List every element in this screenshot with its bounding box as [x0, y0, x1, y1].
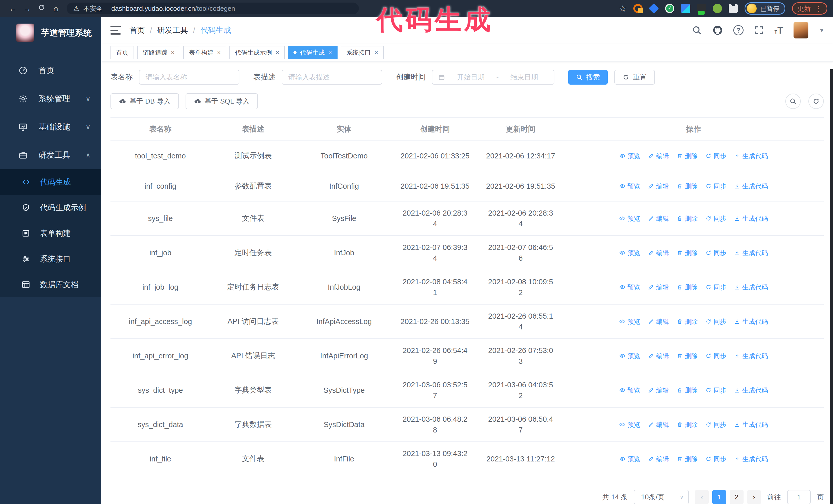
goto-page-input[interactable]: [787, 490, 811, 504]
generate-code-link[interactable]: 生成代码: [734, 386, 768, 394]
profile-chip[interactable]: 已暂停: [744, 2, 785, 15]
sync-link[interactable]: 同步: [705, 386, 727, 394]
edit-link[interactable]: 编辑: [648, 386, 669, 394]
search-button[interactable]: 搜索: [568, 70, 608, 85]
sync-link[interactable]: 同步: [705, 283, 727, 291]
delete-link[interactable]: 删除: [677, 249, 698, 257]
delete-link[interactable]: 删除: [677, 386, 698, 394]
sidebar-item-system-api[interactable]: 系统接口: [0, 246, 101, 272]
preview-link[interactable]: 预览: [619, 386, 640, 394]
sidebar-item-codegen-example[interactable]: 代码生成示例: [0, 195, 101, 220]
preview-link[interactable]: 预览: [619, 421, 640, 429]
preview-link[interactable]: 预览: [619, 352, 640, 360]
edit-link[interactable]: 编辑: [648, 152, 669, 160]
tab-codegen[interactable]: 代码生成×: [288, 46, 337, 59]
generate-code-link[interactable]: 生成代码: [734, 317, 768, 326]
edit-link[interactable]: 编辑: [648, 182, 669, 190]
delete-link[interactable]: 删除: [677, 214, 698, 223]
home-icon[interactable]: ⌂: [49, 4, 63, 13]
page-button-1[interactable]: 1: [712, 490, 726, 504]
delete-link[interactable]: 删除: [677, 182, 698, 190]
edit-link[interactable]: 编辑: [648, 214, 669, 223]
extension-icon[interactable]: [681, 4, 690, 13]
sidebar-item-db-doc[interactable]: 数据库文档: [0, 272, 101, 297]
puzzle-icon[interactable]: [729, 4, 738, 13]
preview-link[interactable]: 预览: [619, 249, 640, 257]
tab-home[interactable]: 首页: [111, 46, 134, 59]
tab-close-icon[interactable]: ×: [375, 49, 378, 56]
preview-link[interactable]: 预览: [619, 152, 640, 160]
delete-link[interactable]: 删除: [677, 283, 698, 291]
sync-link[interactable]: 同步: [705, 421, 727, 429]
table-desc-input[interactable]: [282, 70, 382, 85]
generate-code-link[interactable]: 生成代码: [734, 182, 768, 190]
preview-link[interactable]: 预览: [619, 214, 640, 223]
sidebar-item-codegen[interactable]: 代码生成: [0, 169, 101, 195]
user-avatar[interactable]: [793, 22, 808, 39]
edit-link[interactable]: 编辑: [648, 283, 669, 291]
breadcrumb-home[interactable]: 首页: [129, 25, 145, 35]
generate-code-link[interactable]: 生成代码: [734, 455, 768, 463]
forward-icon[interactable]: →: [20, 4, 34, 13]
sync-link[interactable]: 同步: [705, 249, 727, 257]
next-page-button[interactable]: ›: [747, 490, 761, 504]
tab-close-icon[interactable]: ×: [276, 49, 279, 56]
generate-code-link[interactable]: 生成代码: [734, 283, 768, 291]
tab-system-api[interactable]: 系统接口×: [341, 46, 384, 59]
import-sql-button[interactable]: 基于 SQL 导入: [186, 93, 258, 109]
update-button[interactable]: 更新 ⋮: [792, 2, 827, 15]
window-scrollbar[interactable]: [830, 69, 833, 504]
preview-link[interactable]: 预览: [619, 283, 640, 291]
date-range-picker[interactable]: 开始日期 - 结束日期: [432, 70, 554, 85]
tab-tracing[interactable]: 链路追踪×: [137, 46, 180, 59]
page-size-select[interactable]: 10条/页 ∨: [634, 490, 689, 504]
delete-link[interactable]: 删除: [677, 421, 698, 429]
fullscreen-icon[interactable]: [754, 25, 764, 35]
hamburger-icon[interactable]: [111, 26, 121, 34]
address-bar[interactable]: ⚠ 不安全 dashboard.yudao.iocoder.cn/tool/co…: [67, 3, 359, 14]
generate-code-link[interactable]: 生成代码: [734, 152, 768, 160]
page-button-2[interactable]: 2: [730, 490, 743, 504]
edit-link[interactable]: 编辑: [648, 249, 669, 257]
sidebar-item-home[interactable]: 首页: [0, 56, 101, 85]
preview-link[interactable]: 预览: [619, 455, 640, 463]
sidebar-item-infra[interactable]: 基础设施 ∨: [0, 113, 101, 141]
generate-code-link[interactable]: 生成代码: [734, 421, 768, 429]
generate-code-link[interactable]: 生成代码: [734, 214, 768, 223]
tab-close-icon[interactable]: ×: [171, 49, 174, 56]
sidebar-item-system[interactable]: 系统管理 ∨: [0, 85, 101, 113]
caret-down-icon[interactable]: ▼: [819, 27, 825, 34]
kebab-menu-icon[interactable]: ⋮: [815, 4, 822, 13]
reset-button[interactable]: 重置: [614, 70, 655, 85]
preview-link[interactable]: 预览: [619, 317, 640, 326]
reload-icon[interactable]: [34, 4, 49, 13]
generate-code-link[interactable]: 生成代码: [734, 352, 768, 360]
font-size-icon[interactable]: тT: [774, 25, 783, 36]
help-icon[interactable]: ?: [733, 25, 743, 35]
extension-icon[interactable]: [633, 4, 643, 13]
sync-link[interactable]: 同步: [705, 214, 727, 223]
edit-link[interactable]: 编辑: [648, 455, 669, 463]
table-name-input[interactable]: [139, 70, 239, 85]
delete-link[interactable]: 删除: [677, 455, 698, 463]
delete-link[interactable]: 删除: [677, 152, 698, 160]
sync-link[interactable]: 同步: [705, 455, 727, 463]
breadcrumb-devtools[interactable]: 研发工具: [157, 25, 188, 35]
tab-codegen-example[interactable]: 代码生成示例×: [230, 46, 285, 59]
back-icon[interactable]: ←: [6, 4, 20, 13]
refresh-table-button[interactable]: [808, 94, 824, 109]
generate-code-link[interactable]: 生成代码: [734, 249, 768, 257]
extension-icon[interactable]: [697, 4, 706, 13]
preview-link[interactable]: 预览: [619, 182, 640, 190]
edit-link[interactable]: 编辑: [648, 421, 669, 429]
toggle-search-button[interactable]: [785, 94, 801, 109]
sidebar-item-form-builder[interactable]: 表单构建: [0, 220, 101, 246]
import-db-button[interactable]: 基于 DB 导入: [111, 93, 179, 109]
search-icon[interactable]: [692, 25, 702, 35]
prev-page-button[interactable]: ‹: [695, 490, 709, 504]
extension-icon[interactable]: [713, 4, 722, 13]
sidebar-item-devtools[interactable]: 研发工具 ∧: [0, 141, 101, 169]
extension-icon[interactable]: [665, 4, 674, 13]
delete-link[interactable]: 删除: [677, 352, 698, 360]
tab-form-builder[interactable]: 表单构建×: [183, 46, 226, 59]
